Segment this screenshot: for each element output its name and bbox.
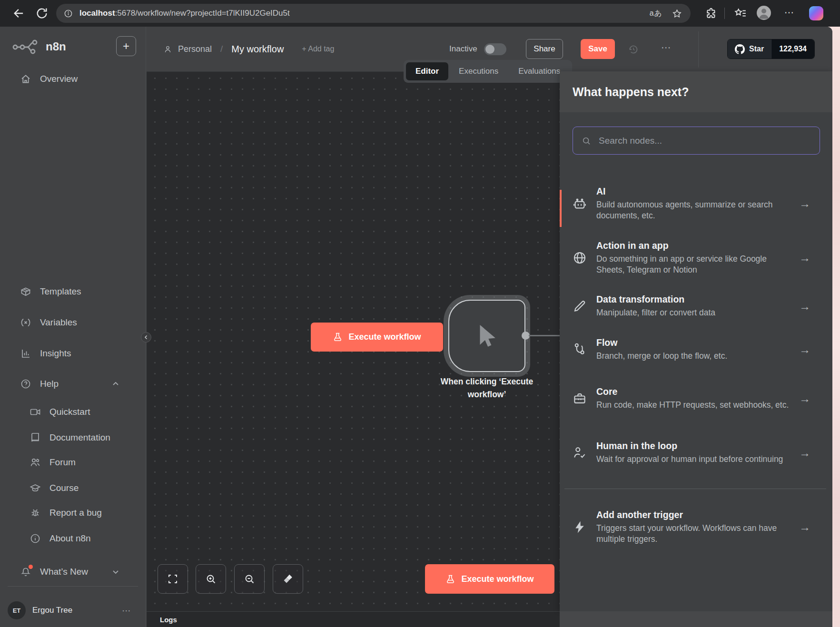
sidebar-item-forum[interactable]: Forum [0, 452, 146, 472]
users-icon [30, 457, 41, 468]
panel-divider [564, 489, 826, 489]
tidy-up-button[interactable] [273, 564, 303, 594]
manual-trigger-node[interactable] [448, 300, 525, 372]
sidebar-item-about[interactable]: About n8n [0, 529, 146, 549]
workflow-title[interactable]: My workflow [231, 44, 284, 55]
sidebar-item-overview[interactable]: Overview [0, 69, 146, 89]
execute-workflow-button-floating[interactable]: Execute workflow [311, 323, 443, 352]
share-button[interactable]: Share [526, 39, 563, 59]
translate-icon[interactable]: aあ [650, 9, 662, 19]
tab-executions[interactable]: Executions [449, 62, 508, 80]
history-icon[interactable] [628, 44, 639, 55]
search-input[interactable] [599, 136, 811, 146]
home-icon [20, 73, 31, 85]
logs-panel-header[interactable]: Logs [147, 611, 560, 627]
favorite-star-icon[interactable] [672, 9, 682, 19]
node-category-data-transformation[interactable]: Data transformation Manipulate, filter o… [560, 294, 832, 318]
bug-icon [30, 507, 41, 519]
activation-toggle[interactable] [484, 43, 506, 55]
zoom-in-button[interactable] [196, 564, 226, 594]
sidebar-label: Insights [40, 348, 71, 359]
brand-name: n8n [46, 40, 66, 53]
arrow-right-icon: → [799, 251, 810, 265]
address-bar[interactable]: localhost:5678/workflow/new?projectId=t7… [56, 4, 691, 23]
sidebar-item-variables[interactable]: Variables [0, 313, 146, 333]
copilot-icon[interactable] [809, 6, 823, 20]
panel-title: What happens next? [573, 85, 689, 99]
add-workflow-button[interactable]: + [116, 36, 136, 56]
flask-icon [445, 574, 455, 584]
site-info-icon[interactable] [64, 9, 73, 18]
category-description: Triggers start your workflow. Workflows … [596, 523, 790, 545]
browser-back-icon[interactable] [12, 7, 26, 20]
node-category-human-in-the-loop[interactable]: Human in the loop Wait for approval or h… [560, 441, 832, 465]
toggle-knob [485, 45, 494, 54]
sidebar-item-course[interactable]: Course [0, 478, 146, 498]
sidebar-label: Help [40, 379, 59, 389]
browser-menu-icon[interactable]: ⋯ [784, 7, 795, 18]
add-another-trigger[interactable]: Add another trigger Triggers start your … [560, 509, 832, 545]
github-star-widget[interactable]: Star 122,934 [727, 39, 815, 59]
bar-chart-icon [20, 348, 31, 359]
extensions-icon[interactable] [705, 7, 718, 20]
node-category-action-in-app[interactable]: Action in an app Do something in an app … [560, 240, 832, 275]
category-description: Run code, make HTTP requests, set webhoo… [596, 400, 790, 411]
toolbox-icon [573, 391, 587, 405]
sidebar-item-documentation[interactable]: Documentation [0, 428, 146, 448]
add-tag-button[interactable]: + Add tag [302, 45, 334, 53]
view-tabs: Editor Executions Evaluations [404, 60, 572, 83]
activation-label: Inactive [449, 44, 477, 54]
sidebar: n8n + Overview Templates Variables [0, 27, 146, 627]
browser-refresh-icon[interactable] [35, 7, 49, 20]
user-menu[interactable]: ET Ergou Tree ⋯ [8, 598, 142, 622]
sidebar-label: What’s New [40, 567, 88, 577]
sidebar-item-help[interactable]: Help [0, 374, 146, 394]
save-button[interactable]: Save [581, 39, 615, 59]
node-caption[interactable]: When clicking ‘Execute workflow’ [427, 375, 547, 401]
arrow-right-icon: → [799, 343, 810, 356]
avatar: ET [8, 601, 26, 619]
url-text: localhost:5678/workflow/new?projectId=t7… [79, 9, 290, 18]
node-category-flow[interactable]: Flow Branch, merge or loop the flow, etc… [560, 337, 832, 362]
node-category-ai[interactable]: AI Build autonomous agents, summarize or… [560, 186, 832, 221]
tab-editor[interactable]: Editor [406, 62, 448, 80]
category-description: Build autonomous agents, summarize or se… [596, 199, 790, 221]
workflow-canvas[interactable]: Execute workflow When clicking ‘Execute … [147, 71, 560, 627]
info-icon [30, 533, 41, 544]
browser-profile-avatar[interactable] [757, 6, 771, 20]
sidebar-label: Documentation [49, 432, 110, 443]
sidebar-label: Templates [40, 286, 81, 297]
branch-icon [573, 342, 587, 356]
zoom-out-button[interactable] [234, 564, 265, 594]
sidebar-item-templates[interactable]: Templates [0, 282, 146, 302]
sidebar-collapse-button[interactable] [141, 332, 151, 343]
execute-workflow-button[interactable]: Execute workflow [425, 564, 554, 594]
sidebar-label: Variables [40, 317, 77, 328]
category-title: Core [596, 386, 790, 397]
arrow-right-icon: → [799, 392, 810, 405]
node-creator-panel: What happens next? AI Build autonomous a… [560, 71, 832, 611]
sidebar-item-report-bug[interactable]: Report a bug [0, 503, 146, 523]
sidebar-label: Overview [40, 74, 78, 84]
arrow-right-icon: → [799, 299, 810, 313]
bell-icon [20, 566, 31, 578]
sidebar-item-insights[interactable]: Insights [0, 343, 146, 363]
sidebar-item-quickstart[interactable]: Quickstart [0, 402, 146, 422]
category-title: Add another trigger [596, 509, 790, 520]
node-category-core[interactable]: Core Run code, make HTTP requests, set w… [560, 386, 832, 411]
category-title: AI [596, 186, 790, 197]
n8n-logo-icon [12, 39, 42, 54]
zoom-to-fit-button[interactable] [158, 564, 188, 594]
category-title: Action in an app [596, 240, 790, 251]
chevron-up-icon [112, 380, 119, 388]
github-star-count: 122,934 [771, 39, 814, 59]
book-icon [30, 432, 41, 443]
sidebar-item-whats-new[interactable]: What’s New [0, 562, 146, 582]
user-menu-dots-icon[interactable]: ⋯ [122, 605, 131, 616]
node-search[interactable] [573, 127, 820, 155]
favorites-bar-icon[interactable] [734, 7, 747, 20]
help-icon [20, 378, 31, 390]
breadcrumb-separator: / [220, 44, 223, 54]
workflow-menu-icon[interactable]: ⋯ [661, 42, 672, 53]
breadcrumb-project[interactable]: Personal [178, 44, 212, 54]
